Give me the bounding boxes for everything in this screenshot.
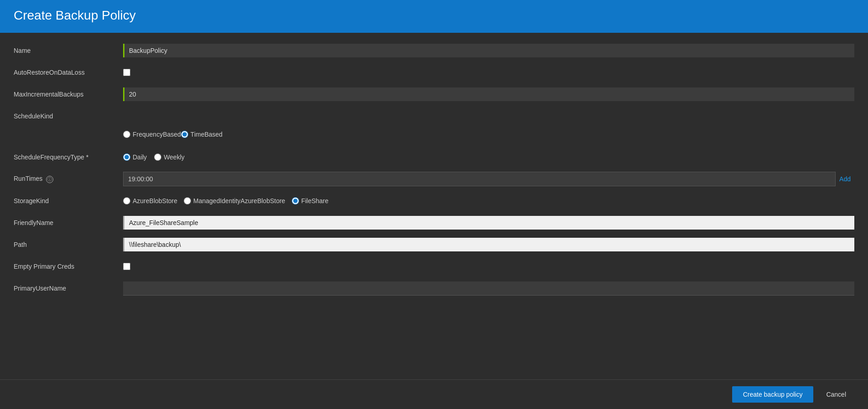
header: Create Backup Policy bbox=[0, 0, 868, 33]
primary-username-label: PrimaryUserName bbox=[14, 285, 123, 292]
footer: Create backup policy Cancel bbox=[0, 379, 868, 409]
path-row: Path bbox=[14, 236, 854, 253]
freq-daily-radio[interactable] bbox=[123, 153, 130, 161]
freq-weekly-option[interactable]: Weekly bbox=[154, 153, 185, 161]
schedule-kind-time-radio[interactable] bbox=[181, 131, 188, 138]
schedule-kind-label-row: ScheduleKind bbox=[14, 107, 854, 125]
primary-username-input[interactable] bbox=[123, 281, 854, 296]
storage-fileshare-radio[interactable] bbox=[292, 197, 299, 204]
friendly-name-input[interactable] bbox=[123, 216, 854, 230]
storage-kind-row: StorageKind AzureBlobStore ManagedIdenti… bbox=[14, 192, 854, 210]
auto-restore-checkbox[interactable] bbox=[123, 69, 130, 76]
schedule-kind-label: ScheduleKind bbox=[14, 112, 123, 120]
path-input[interactable] bbox=[123, 238, 854, 251]
friendly-name-label: FriendlyName bbox=[14, 219, 123, 226]
auto-restore-checkbox-wrapper bbox=[123, 69, 130, 76]
max-incremental-row: MaxIncrementalBackups bbox=[14, 86, 854, 103]
freq-daily-option[interactable]: Daily bbox=[123, 153, 147, 161]
storage-managed-label: ManagedIdentityAzureBlobStore bbox=[193, 197, 285, 204]
create-backup-policy-button[interactable]: Create backup policy bbox=[732, 386, 814, 403]
runtimes-info-icon: ⓘ bbox=[46, 176, 53, 183]
schedule-kind-frequency-option[interactable]: FrequencyBased bbox=[123, 131, 181, 138]
empty-primary-creds-row: Empty Primary Creds bbox=[14, 258, 854, 275]
schedule-kind-frequency-label: FrequencyBased bbox=[133, 131, 181, 138]
storage-azure-option[interactable]: AzureBlobStore bbox=[123, 197, 177, 204]
schedule-kind-time-option[interactable]: TimeBased bbox=[181, 131, 222, 138]
add-runtime-button[interactable]: Add bbox=[836, 174, 854, 184]
form-container: Name AutoRestoreOnDataLoss MaxIncrementa… bbox=[0, 33, 868, 379]
freq-weekly-label: Weekly bbox=[164, 153, 185, 161]
name-input[interactable] bbox=[123, 44, 854, 57]
storage-managed-option[interactable]: ManagedIdentityAzureBlobStore bbox=[184, 197, 285, 204]
runtimes-label: RunTimes ⓘ bbox=[14, 175, 123, 183]
max-incremental-label: MaxIncrementalBackups bbox=[14, 91, 123, 98]
schedule-freq-type-label: ScheduleFrequencyType * bbox=[14, 153, 123, 161]
name-row: Name bbox=[14, 42, 854, 59]
schedule-kind-radios-row: FrequencyBased TimeBased bbox=[14, 126, 854, 143]
storage-kind-label: StorageKind bbox=[14, 197, 123, 204]
primary-username-row: PrimaryUserName bbox=[14, 280, 854, 297]
path-label: Path bbox=[14, 241, 123, 248]
storage-azure-label: AzureBlobStore bbox=[133, 197, 177, 204]
empty-primary-creds-label: Empty Primary Creds bbox=[14, 263, 123, 270]
schedule-kind-frequency-radio[interactable] bbox=[123, 131, 130, 138]
storage-azure-radio[interactable] bbox=[123, 197, 130, 204]
runtimes-row: RunTimes ⓘ Add bbox=[14, 170, 854, 188]
page-title: Create Backup Policy bbox=[14, 8, 854, 23]
auto-restore-label: AutoRestoreOnDataLoss bbox=[14, 69, 123, 76]
freq-daily-label: Daily bbox=[133, 153, 147, 161]
empty-primary-creds-checkbox[interactable] bbox=[123, 263, 130, 270]
max-incremental-input[interactable] bbox=[123, 87, 854, 101]
storage-managed-radio[interactable] bbox=[184, 197, 191, 204]
name-label: Name bbox=[14, 47, 123, 54]
storage-fileshare-option[interactable]: FileShare bbox=[292, 197, 329, 204]
empty-primary-creds-wrapper bbox=[123, 263, 130, 270]
storage-fileshare-label: FileShare bbox=[301, 197, 329, 204]
schedule-kind-time-label: TimeBased bbox=[191, 131, 222, 138]
cancel-button[interactable]: Cancel bbox=[818, 386, 854, 403]
schedule-freq-type-row: ScheduleFrequencyType * Daily Weekly bbox=[14, 148, 854, 166]
runtimes-input[interactable] bbox=[123, 172, 836, 186]
freq-weekly-radio[interactable] bbox=[154, 153, 161, 161]
auto-restore-row: AutoRestoreOnDataLoss bbox=[14, 64, 854, 81]
friendly-name-row: FriendlyName bbox=[14, 214, 854, 231]
